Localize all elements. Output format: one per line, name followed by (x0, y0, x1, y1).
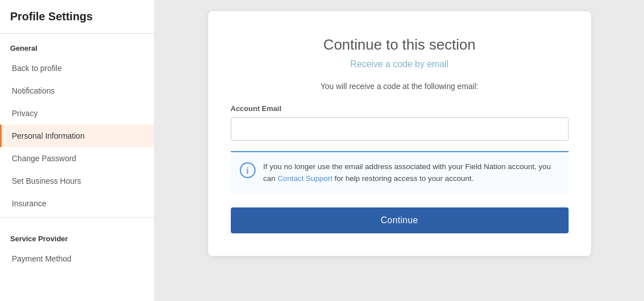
account-email-input[interactable] (231, 117, 569, 141)
contact-support-link[interactable]: Contact Support (278, 174, 333, 183)
sidebar-item-payment-method[interactable]: Payment Method (0, 247, 154, 270)
sidebar-general-section: General (0, 34, 154, 57)
info-box: i If you no longer use the email address… (231, 151, 569, 194)
sidebar-item-set-business-hours[interactable]: Set Business Hours (0, 170, 154, 192)
continue-section-card: Continue to this section Receive a code … (208, 11, 591, 256)
account-email-label: Account Email (231, 104, 569, 113)
info-icon: i (240, 162, 256, 178)
sidebar-item-notifications[interactable]: Notifications (0, 79, 154, 102)
sidebar-divider (0, 217, 154, 218)
sidebar-item-back-to-profile[interactable]: Back to profile (0, 57, 154, 79)
modal-subtitle: Receive a code by email (231, 59, 569, 69)
sidebar-service-provider-section: Service Provider (0, 224, 154, 247)
sidebar-item-personal-information[interactable]: Personal Information (0, 125, 154, 147)
main-content: Continue to this section Receive a code … (155, 0, 644, 301)
sidebar-item-privacy[interactable]: Privacy (0, 102, 154, 125)
modal-description: You will receive a code at the following… (231, 82, 569, 91)
sidebar-item-insurance[interactable]: Insurance (0, 192, 154, 215)
sidebar: Profile Settings General Back to profile… (0, 0, 155, 301)
sidebar-title: Profile Settings (0, 0, 154, 34)
continue-button[interactable]: Continue (231, 207, 569, 233)
sidebar-item-change-password[interactable]: Change Password (0, 147, 154, 170)
modal-title: Continue to this section (231, 36, 569, 54)
info-text: If you no longer use the email address a… (263, 161, 560, 185)
